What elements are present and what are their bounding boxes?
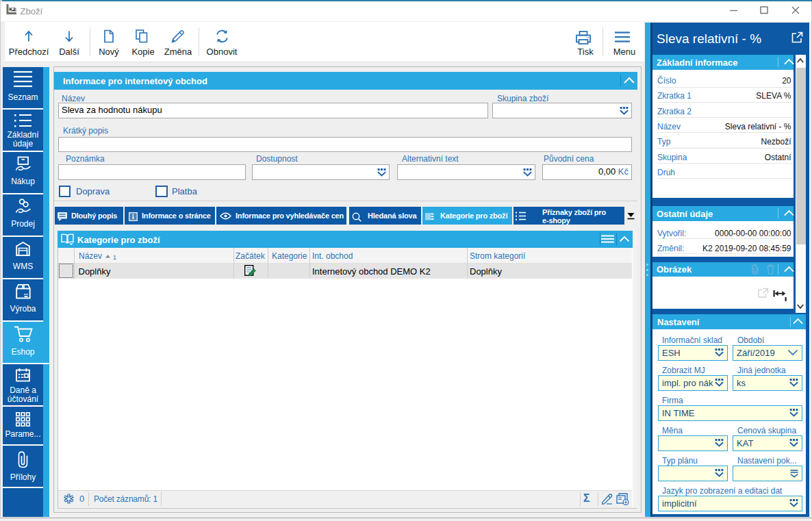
svg-text:K2: K2 (9, 6, 16, 12)
